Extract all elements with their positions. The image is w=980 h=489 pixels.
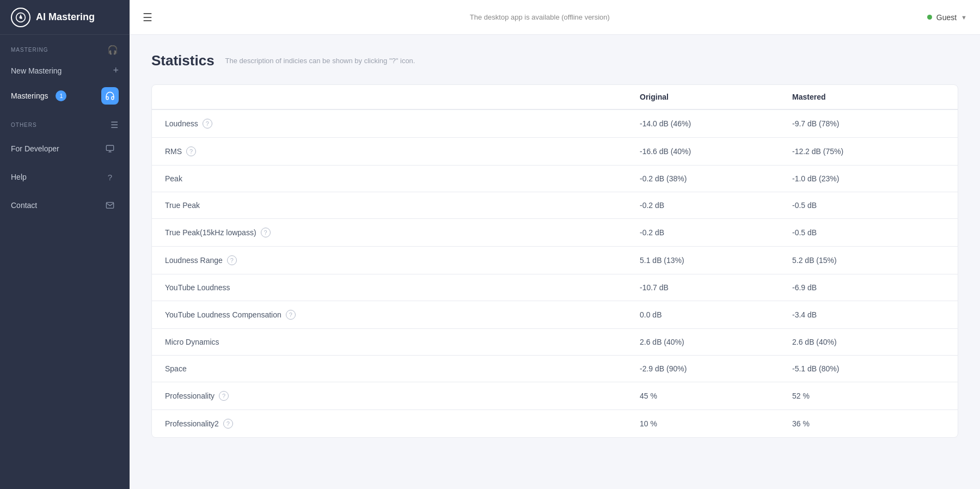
sidebar: AI Mastering MASTERING 🎧 New Mastering +… <box>0 0 130 489</box>
row-mastered-0: -9.7 dB (78%) <box>792 119 945 128</box>
row-label-1: RMS? <box>165 146 640 156</box>
row-label-6: YouTube Loudness <box>165 283 640 292</box>
contact-label: Contact <box>11 201 37 210</box>
mastering-section-label: MASTERING 🎧 <box>0 35 130 59</box>
sidebar-item-help[interactable]: Help ? <box>0 163 130 191</box>
topbar-center-text: The desktop app is available (offline ve… <box>470 13 610 21</box>
table-body: Loudness?-14.0 dB (46%)-9.7 dB (78%)RMS?… <box>152 110 958 437</box>
user-chevron-icon: ▼ <box>961 14 967 21</box>
masterings-label: Masterings <box>11 91 48 100</box>
row-original-2: -0.2 dB (38%) <box>640 174 792 183</box>
row-label-8: Micro Dynamics <box>165 338 640 346</box>
table-row: Micro Dynamics2.6 dB (40%)2.6 dB (40%) <box>152 329 958 356</box>
row-label-11: Professionality2? <box>165 419 640 429</box>
svg-rect-2 <box>106 145 113 150</box>
row-label-10: Professionality? <box>165 391 640 401</box>
row-mastered-10: 52 % <box>792 392 945 400</box>
mastering-section-icon[interactable]: 🎧 <box>107 45 119 55</box>
logo-area: AI Mastering <box>0 0 130 35</box>
masterings-badge: 1 <box>56 90 66 101</box>
row-label-0: Loudness? <box>165 119 640 129</box>
table-row: Peak-0.2 dB (38%)-1.0 dB (23%) <box>152 166 958 192</box>
row-original-0: -14.0 dB (46%) <box>640 119 792 128</box>
col-header-label <box>165 93 640 101</box>
user-status-dot <box>927 15 932 20</box>
stats-table: Original Mastered Loudness?-14.0 dB (46%… <box>151 84 958 438</box>
table-row: Professionality2?10 %36 % <box>152 410 958 437</box>
table-row: Professionality?45 %52 % <box>152 382 958 410</box>
col-header-original: Original <box>640 93 792 101</box>
table-row: Loudness Range?5.1 dB (13%)5.2 dB (15%) <box>152 247 958 274</box>
monitor-icon <box>101 140 119 157</box>
logo-icon <box>11 8 30 27</box>
table-row: True Peak-0.2 dB-0.5 dB <box>152 192 958 219</box>
sidebar-item-masterings[interactable]: Masterings 1 <box>0 82 130 110</box>
row-mastered-4: -0.5 dB <box>792 228 945 237</box>
contact-mail-icon <box>101 197 119 214</box>
row-mastered-8: 2.6 dB (40%) <box>792 338 945 346</box>
row-original-8: 2.6 dB (40%) <box>640 338 792 346</box>
svg-point-1 <box>20 16 22 19</box>
row-original-1: -16.6 dB (40%) <box>640 147 792 156</box>
row-label-7: YouTube Loudness Compensation? <box>165 310 640 320</box>
new-mastering-plus-icon: + <box>113 65 119 76</box>
others-section-label: OTHERS ☰ <box>0 110 130 135</box>
row-label-9: Space <box>165 364 640 373</box>
new-mastering-label: New Mastering <box>11 66 62 75</box>
table-row: RMS?-16.6 dB (40%)-12.2 dB (75%) <box>152 138 958 166</box>
row-original-5: 5.1 dB (13%) <box>640 256 792 265</box>
sidebar-item-new-mastering[interactable]: New Mastering + <box>0 59 130 82</box>
help-icon: ? <box>101 168 119 186</box>
page-subtitle: The description of indicies can be shown… <box>225 57 415 65</box>
sidebar-item-contact[interactable]: Contact <box>0 191 130 219</box>
table-row: Loudness?-14.0 dB (46%)-9.7 dB (78%) <box>152 110 958 138</box>
info-icon-4[interactable]: ? <box>261 228 271 237</box>
page-header: Statistics The description of indicies c… <box>151 52 958 69</box>
row-mastered-1: -12.2 dB (75%) <box>792 147 945 156</box>
row-original-3: -0.2 dB <box>640 201 792 210</box>
main-area: ☰ The desktop app is available (offline … <box>130 0 980 489</box>
table-row: YouTube Loudness Compensation?0.0 dB-3.4… <box>152 301 958 329</box>
table-header-row: Original Mastered <box>152 85 958 110</box>
row-mastered-7: -3.4 dB <box>792 310 945 319</box>
masterings-headphones-icon <box>101 87 119 105</box>
row-original-9: -2.9 dB (90%) <box>640 364 792 373</box>
topbar: ☰ The desktop app is available (offline … <box>130 0 980 35</box>
for-developer-label: For Developer <box>11 144 59 153</box>
row-original-4: -0.2 dB <box>640 228 792 237</box>
info-icon-0[interactable]: ? <box>203 119 212 129</box>
row-original-6: -10.7 dB <box>640 283 792 292</box>
row-mastered-9: -5.1 dB (80%) <box>792 364 945 373</box>
info-icon-7[interactable]: ? <box>286 310 296 320</box>
content-area: Statistics The description of indicies c… <box>130 35 980 489</box>
page-title: Statistics <box>151 52 215 69</box>
row-mastered-6: -6.9 dB <box>792 283 945 292</box>
row-mastered-3: -0.5 dB <box>792 201 945 210</box>
row-original-10: 45 % <box>640 392 792 400</box>
user-menu[interactable]: Guest ▼ <box>927 13 967 22</box>
info-icon-10[interactable]: ? <box>219 391 229 401</box>
user-label: Guest <box>936 13 957 22</box>
info-icon-11[interactable]: ? <box>223 419 233 429</box>
help-label: Help <box>11 173 27 181</box>
logo-text: AI Mastering <box>36 11 95 23</box>
row-label-3: True Peak <box>165 201 640 210</box>
row-mastered-11: 36 % <box>792 419 945 428</box>
row-original-11: 10 % <box>640 419 792 428</box>
row-label-2: Peak <box>165 174 640 183</box>
others-section-icon[interactable]: ☰ <box>111 120 119 130</box>
table-row: Space-2.9 dB (90%)-5.1 dB (80%) <box>152 356 958 382</box>
row-original-7: 0.0 dB <box>640 310 792 319</box>
info-icon-5[interactable]: ? <box>227 255 237 265</box>
info-icon-1[interactable]: ? <box>186 146 196 156</box>
row-mastered-2: -1.0 dB (23%) <box>792 174 945 183</box>
col-header-mastered: Mastered <box>792 93 945 101</box>
row-label-5: Loudness Range? <box>165 255 640 265</box>
row-label-4: True Peak(15kHz lowpass)? <box>165 228 640 237</box>
row-mastered-5: 5.2 dB (15%) <box>792 256 945 265</box>
hamburger-icon[interactable]: ☰ <box>143 11 152 24</box>
table-row: YouTube Loudness-10.7 dB-6.9 dB <box>152 274 958 301</box>
sidebar-item-for-developer[interactable]: For Developer <box>0 135 130 163</box>
table-row: True Peak(15kHz lowpass)?-0.2 dB-0.5 dB <box>152 219 958 247</box>
